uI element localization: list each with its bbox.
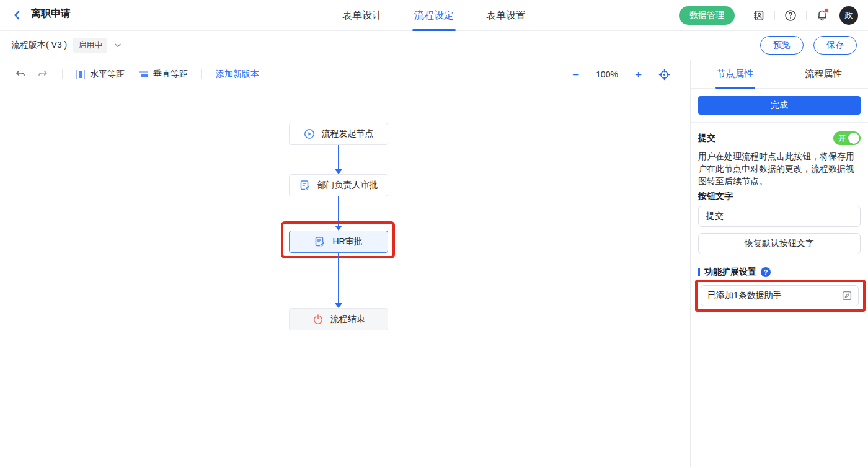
locate-center-icon[interactable] <box>658 69 670 81</box>
edit-pencil-icon[interactable] <box>842 291 852 301</box>
node-label: 部门负责人审批 <box>317 180 378 191</box>
flow-node-start[interactable]: 流程发起节点 <box>289 123 388 145</box>
data-manage-button[interactable]: 数据管理 <box>679 6 735 25</box>
submit-description: 用户在处理流程时点击此按钮，将保存用户在此节点中对数据的更改，流程数据视图转至后… <box>698 150 861 187</box>
complete-button[interactable]: 完成 <box>698 96 861 115</box>
contacts-icon[interactable] <box>751 8 766 23</box>
flow-arrowhead <box>335 169 342 174</box>
preview-button[interactable]: 预览 <box>760 36 804 55</box>
submit-section-label: 提交 <box>698 133 715 144</box>
version-bar: 流程版本( V3 ) 启用中 预览 保存 <box>0 31 868 60</box>
toggle-knob <box>848 133 859 144</box>
flow-node-hr-approval[interactable]: HR审批 <box>289 231 388 253</box>
flow-connector <box>338 253 339 303</box>
toggle-on-label: 开 <box>838 133 846 144</box>
divider <box>691 122 868 123</box>
redo-button[interactable] <box>37 69 48 80</box>
flow-arrowhead <box>335 303 342 308</box>
divider <box>806 11 807 20</box>
status-badge: 启用中 <box>73 38 107 53</box>
horizontal-spacing-button[interactable]: 水平等距 <box>76 69 125 80</box>
divider <box>202 69 202 79</box>
question-help-icon[interactable]: ? <box>761 267 771 277</box>
chevron-left-icon <box>12 10 22 20</box>
canvas-toolbar: 水平等距 垂直等距 添加新版本 − 100% + <box>0 60 690 89</box>
flow-node-dept-approval[interactable]: 部门负责人审批 <box>289 174 388 196</box>
properties-panel: 节点属性 流程属性 完成 提交 开 用户在处理流程时点击此按钮，将保存用户在此节… <box>690 60 868 467</box>
node-label: 流程发起节点 <box>322 128 374 139</box>
divider <box>743 11 743 20</box>
flow-node-end[interactable]: 流程结束 <box>289 308 388 330</box>
approval-doc-icon <box>299 180 311 191</box>
tab-flow-properties[interactable]: 流程属性 <box>779 60 868 88</box>
back-button[interactable] <box>10 9 24 22</box>
vertical-spacing-icon <box>140 71 148 77</box>
node-label: HR审批 <box>332 236 362 247</box>
submit-toggle[interactable]: 开 <box>833 131 861 145</box>
data-assistant-text: 已添加1条数据助手 <box>707 290 782 301</box>
help-icon[interactable] <box>783 8 798 23</box>
data-assistant-row[interactable]: 已添加1条数据助手 <box>701 285 859 306</box>
add-new-version-link[interactable]: 添加新版本 <box>216 69 259 80</box>
restore-default-button[interactable]: 恢复默认按钮文字 <box>698 233 861 254</box>
tab-form-settings[interactable]: 表单设置 <box>486 0 526 31</box>
tab-form-design[interactable]: 表单设计 <box>342 0 382 31</box>
divider <box>774 11 775 20</box>
annotation-highlight-extension: 已添加1条数据助手 <box>695 280 866 312</box>
extension-section-title: 功能扩展设置 <box>704 267 756 278</box>
vertical-spacing-button[interactable]: 垂直等距 <box>140 69 188 80</box>
play-circle-icon <box>304 128 315 139</box>
flow-connector <box>338 196 339 226</box>
section-accent-bar <box>698 268 700 276</box>
flow-canvas[interactable]: 流程发起节点 部门负责人审批 HR审批 流程结束 <box>0 89 690 467</box>
save-button[interactable]: 保存 <box>813 36 857 55</box>
version-label: 流程版本( V3 ) <box>11 40 67 51</box>
zoom-level: 100% <box>596 69 618 79</box>
version-dropdown[interactable] <box>113 41 122 50</box>
avatar[interactable]: 政 <box>839 6 858 25</box>
horizontal-spacing-icon <box>76 70 85 79</box>
panel-tabs: 节点属性 流程属性 <box>691 60 868 89</box>
divider <box>62 69 63 79</box>
page-title: 离职申请 <box>29 6 73 24</box>
app-header: 离职申请 表单设计 流程设定 表单设置 数据管理 政 <box>0 0 868 31</box>
button-text-label: 按钮文字 <box>698 191 861 202</box>
power-icon <box>312 314 324 325</box>
tab-flow-setting[interactable]: 流程设定 <box>414 0 454 31</box>
undo-button[interactable] <box>15 69 26 80</box>
approval-doc-icon <box>314 236 326 247</box>
node-label: 流程结束 <box>330 314 365 325</box>
main-tabs: 表单设计 流程设定 表单设置 <box>342 0 526 31</box>
notification-bell-icon[interactable] <box>815 8 830 23</box>
chevron-down-icon <box>113 41 122 50</box>
flow-canvas-area: 水平等距 垂直等距 添加新版本 − 100% + 流程发起节点 <box>0 60 690 467</box>
tab-node-properties[interactable]: 节点属性 <box>691 60 779 88</box>
zoom-in-button[interactable]: + <box>635 69 642 81</box>
button-text-input[interactable] <box>698 206 861 227</box>
notification-badge <box>824 8 829 13</box>
zoom-out-button[interactable]: − <box>572 69 579 81</box>
flow-connector <box>338 145 339 169</box>
flow-arrowhead <box>335 226 342 231</box>
